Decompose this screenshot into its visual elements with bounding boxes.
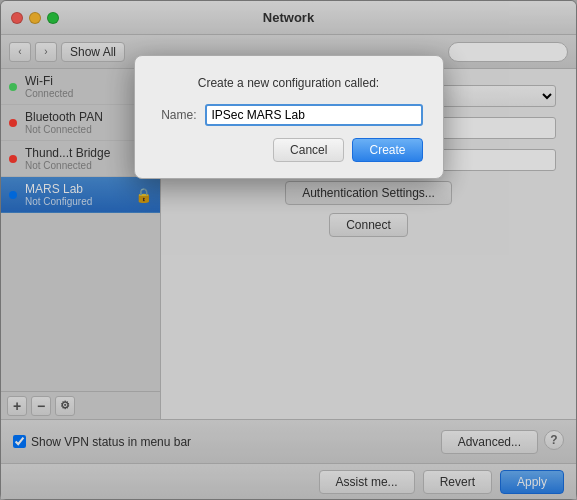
dialog-title: Create a new configuration called: [155, 76, 423, 90]
dialog-buttons: Cancel Create [155, 138, 423, 162]
dialog-create-button[interactable]: Create [352, 138, 422, 162]
create-config-dialog: Create a new configuration called: Name:… [134, 55, 444, 179]
dialog-overlay: Create a new configuration called: Name:… [0, 0, 577, 500]
dialog-name-row: Name: [155, 104, 423, 126]
dialog-cancel-button[interactable]: Cancel [273, 138, 344, 162]
dialog-name-label: Name: [155, 108, 205, 122]
dialog-name-input[interactable] [205, 104, 423, 126]
